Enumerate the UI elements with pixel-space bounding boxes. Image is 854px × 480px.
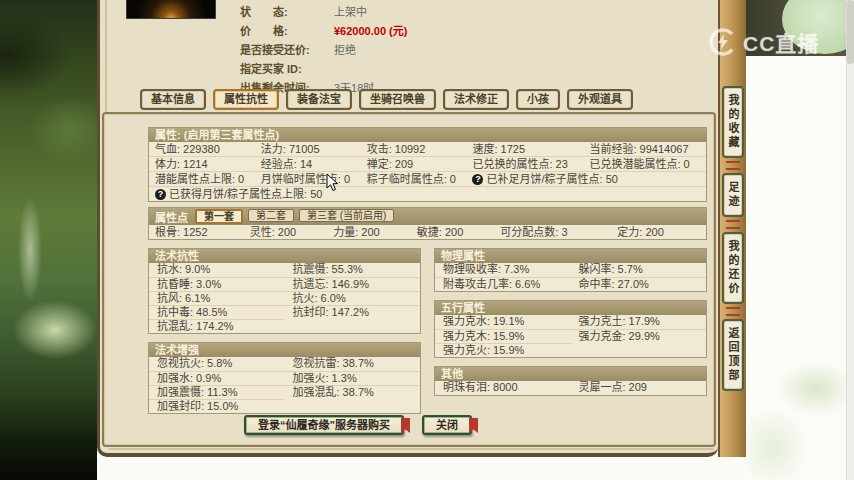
points-set-tab-1[interactable]: 第一套: [195, 209, 243, 224]
red-seal-icon: [401, 418, 410, 433]
section-grid: 抗水: 9.0%抗震慑: 55.3%抗昏睡: 3.0%抗遗忘: 146.9%抗风…: [149, 263, 420, 333]
tab-appearance-items[interactable]: 外观道具: [567, 89, 633, 110]
stat-cell: 速度: 1725: [466, 142, 583, 156]
stat-text: 灵性: 200: [250, 226, 296, 239]
close-button[interactable]: 关闭: [422, 415, 472, 435]
section-title: 五行属性: [435, 301, 706, 315]
stat-cell: 加强封印: 15.0%: [149, 399, 285, 413]
stat-text: 已兑换潜能属性点: 0: [589, 158, 689, 171]
main-panel: 状 态:上架中价 格:¥62000.00 (元)是否接受还价:拒绝指定买家 ID…: [97, 0, 718, 457]
section-title: 属性: (启用第三套属性点): [149, 128, 706, 142]
points-set-tab-3[interactable]: 第三套 (当前启用): [299, 209, 394, 222]
tab-bar: 基本信息属性抗性装备法宝坐骑召唤兽法术修正小孩外观道具: [140, 89, 633, 110]
stat-cell: 加强混乱: 38.7%: [285, 385, 421, 399]
stat-cell: 躲闪率: 5.7%: [571, 263, 707, 277]
section-grid: 强力克水: 19.1%强力克土: 17.9%强力克木: 15.9%强力克金: 2…: [435, 315, 706, 357]
stat-cell: 灵性: 200: [244, 225, 328, 239]
attributes-section: 属性: (启用第三套属性点) 气血: 229380法力: 71005攻击: 10…: [148, 127, 707, 202]
stat-cell: 已兑换的属性点: 23: [466, 157, 583, 171]
stat-cell: ?已补足月饼/粽子属性点: 50: [466, 172, 706, 186]
stat-text: 已补足月饼/粽子属性点: 50: [486, 173, 617, 186]
stat-cell: 经验点: 14: [255, 157, 361, 171]
field-value: 上架中: [334, 3, 367, 22]
background-art: [0, 0, 97, 480]
tab-basic-info[interactable]: 基本信息: [140, 89, 206, 110]
stat-text: 定力: 200: [617, 226, 663, 239]
stat-text: 攻击: 10992: [367, 143, 426, 156]
stat-cell: 月饼临时属性点: 0: [255, 172, 361, 186]
tab-content: 属性: (启用第三套属性点) 气血: 229380法力: 71005攻击: 10…: [102, 112, 716, 447]
stat-text: 禅定: 209: [367, 158, 413, 171]
sidebar-item-my-favorites[interactable]: 我的收藏: [722, 86, 744, 158]
sidebar-item-back-to-top[interactable]: 返回顶部: [722, 319, 744, 391]
scrollbar-thumb[interactable]: [847, 0, 854, 64]
stat-cell: 忽视抗火: 5.8%: [149, 357, 285, 371]
item-image: [126, 0, 216, 19]
stat-cell: 强力克水: 19.1%: [435, 315, 571, 329]
stat-cell: 强力克金: 29.9%: [571, 329, 707, 343]
stat-cell: 气血: 229380: [149, 142, 255, 156]
stat-row: 体力: 1214经验点: 14禅定: 209已兑换的属性点: 23已兑换潜能属性…: [149, 156, 706, 171]
stat-cell: 物理吸收率: 7.3%: [435, 263, 571, 277]
points-header: 属性点 第一套第二套第三套 (当前启用): [149, 208, 706, 225]
stat-cell: 抗火: 6.0%: [285, 291, 421, 305]
tab-equipment-treasure[interactable]: 装备法宝: [286, 89, 352, 110]
help-icon: ?: [155, 189, 166, 200]
stat-cell: 禅定: 209: [361, 157, 467, 171]
rope-knot-decoration: [726, 161, 740, 170]
stat-row: 潜能属性点上限: 0月饼临时属性点: 0粽子临时属性点: 0?已补足月饼/粽子属…: [149, 171, 706, 186]
sale-info-row: 指定买家 ID:: [240, 60, 407, 79]
section-title: 物理属性: [435, 249, 706, 263]
stat-text: 法力: 71005: [261, 143, 320, 156]
physical-attributes-section: 物理属性物理吸收率: 7.3%躲闪率: 5.7%附毒攻击几率: 6.6%命中率:…: [434, 248, 707, 292]
tab-mount-summon[interactable]: 坐骑召唤兽: [359, 89, 436, 110]
section-title: 其他: [435, 367, 706, 381]
stat-cell: 可分配点数: 3: [494, 225, 611, 239]
sale-info-row: 状 态:上架中: [240, 3, 407, 22]
tab-spell-correction[interactable]: 法术修正: [443, 89, 509, 110]
stat-cell: 明珠有泪: 8000: [435, 381, 571, 395]
stat-text: 已兑换的属性点: 23: [472, 158, 567, 171]
stat-cell: 粽子临时属性点: 0: [361, 172, 467, 186]
sale-info: 状 态:上架中价 格:¥62000.00 (元)是否接受还价:拒绝指定买家 ID…: [240, 3, 407, 98]
stat-text: 粽子临时属性点: 0: [367, 173, 456, 186]
stat-cell: 命中率: 27.0%: [571, 277, 707, 291]
stat-cell: 忽视抗雷: 38.7%: [285, 357, 421, 371]
stat-row: 气血: 229380法力: 71005攻击: 10992速度: 1725当前经验…: [149, 142, 706, 156]
stat-text: 力量: 200: [333, 226, 379, 239]
section-title: 法术抗性: [149, 249, 420, 263]
stat-text: 气血: 229380: [155, 143, 220, 156]
stat-cell: 抗中毒: 48.5%: [149, 305, 285, 319]
sidebar-item-my-counteroffers[interactable]: 我的还价: [722, 232, 744, 304]
button-label: 关闭: [436, 419, 458, 431]
stat-cell: 抗水: 9.0%: [149, 263, 285, 277]
points-set-tab-2[interactable]: 第二套: [248, 209, 294, 222]
magic-resistance-section: 法术抗性抗水: 9.0%抗震慑: 55.3%抗昏睡: 3.0%抗遗忘: 146.…: [148, 248, 421, 334]
page-background: [746, 0, 854, 480]
side-toolbar: 我的收藏足迹我的还价返回顶部: [718, 0, 746, 457]
field-value: ¥62000.00 (元): [334, 22, 407, 41]
stat-row: ?已获得月饼/粽子属性点上限: 50: [149, 186, 706, 201]
section-grid: 物理吸收率: 7.3%躲闪率: 5.7%附毒攻击几率: 6.6%命中率: 27.…: [435, 263, 706, 291]
stat-text: 当前经验: 99414067: [589, 143, 688, 156]
sale-info-row: 价 格:¥62000.00 (元): [240, 22, 407, 41]
stat-cell: ?已获得月饼/粽子属性点上限: 50: [149, 187, 706, 201]
stat-cell: 抗昏睡: 3.0%: [149, 277, 285, 291]
tab-child[interactable]: 小孩: [516, 89, 560, 110]
field-value: 拒绝: [334, 41, 356, 60]
stat-cell: 当前经验: 99414067: [583, 142, 706, 156]
tab-attributes-resistance[interactable]: 属性抗性: [213, 89, 279, 110]
stat-text: 可分配点数: 3: [500, 226, 567, 239]
stat-text: 已获得月饼/粽子属性点上限: 50: [169, 188, 322, 201]
section-grid: 忽视抗火: 5.8%忽视抗雷: 38.7%加强水: 0.9%加强火: 1.3%加…: [149, 357, 420, 413]
page-scrollbar[interactable]: [846, 0, 854, 480]
sale-info-row: 是否接受还价:拒绝: [240, 41, 407, 60]
five-elements-section: 五行属性强力克水: 19.1%强力克土: 17.9%强力克木: 15.9%强力克…: [434, 300, 707, 358]
sidebar-item-footprints[interactable]: 足迹: [722, 173, 744, 217]
stat-text: 根骨: 1252: [155, 226, 208, 239]
stat-text: 潜能属性点上限: 0: [155, 173, 244, 186]
stat-cell: 抗风: 6.1%: [149, 291, 285, 305]
stat-cell: 抗遗忘: 146.9%: [285, 277, 421, 291]
red-seal-icon: [469, 418, 478, 433]
login-buy-button[interactable]: 登录“仙履奇缘”服务器购买: [244, 415, 404, 435]
